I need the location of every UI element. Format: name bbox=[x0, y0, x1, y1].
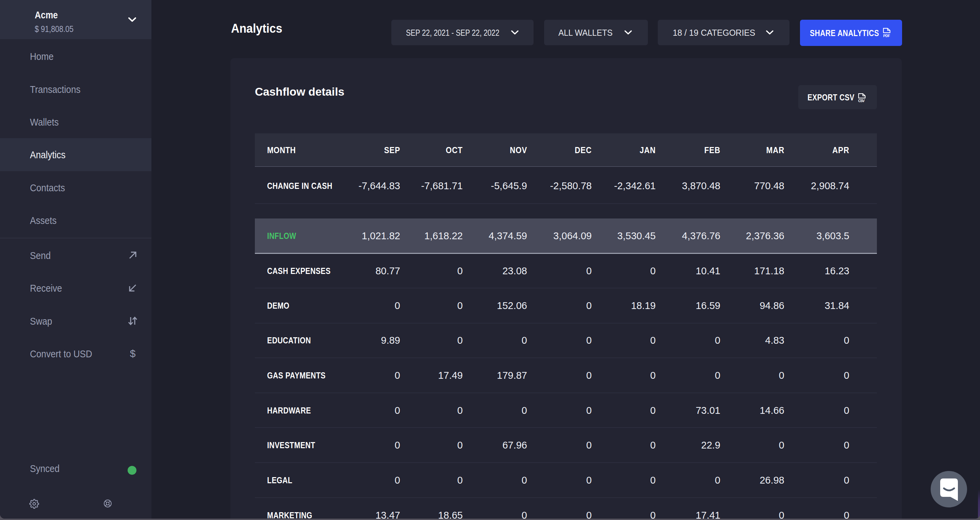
svg-text:PDF: PDF bbox=[883, 34, 891, 37]
svg-text:CSV: CSV bbox=[858, 99, 865, 102]
